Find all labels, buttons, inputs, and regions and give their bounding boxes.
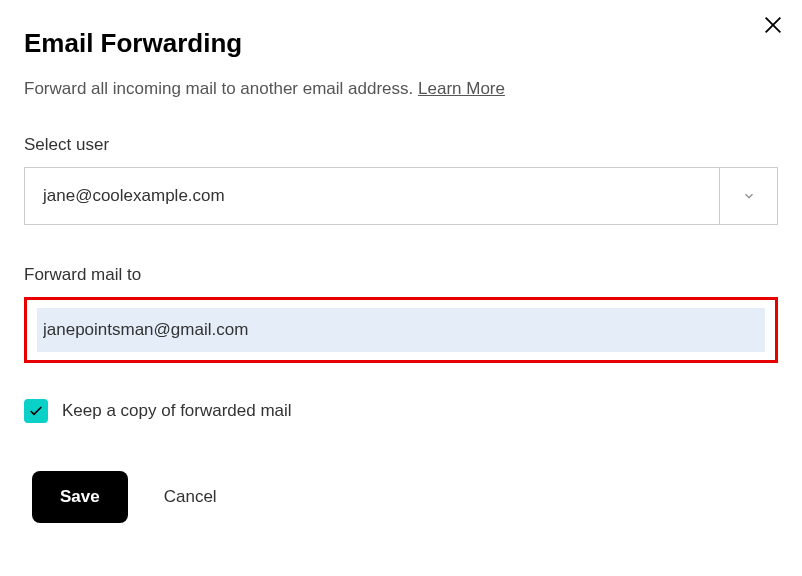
forward-to-label: Forward mail to — [24, 265, 778, 285]
description-text: Forward all incoming mail to another ema… — [24, 79, 778, 99]
cancel-button[interactable]: Cancel — [164, 487, 217, 507]
page-title: Email Forwarding — [24, 28, 778, 59]
check-icon — [28, 403, 44, 419]
close-button[interactable] — [758, 10, 788, 43]
keep-copy-row: Keep a copy of forwarded mail — [24, 399, 778, 423]
select-user-dropdown[interactable]: jane@coolexample.com — [24, 167, 778, 225]
learn-more-link[interactable]: Learn More — [418, 79, 505, 98]
close-icon — [762, 14, 784, 36]
forward-to-input[interactable] — [37, 308, 765, 352]
keep-copy-label: Keep a copy of forwarded mail — [62, 401, 292, 421]
forward-to-highlight — [24, 297, 778, 363]
description-body: Forward all incoming mail to another ema… — [24, 79, 418, 98]
select-user-label: Select user — [24, 135, 778, 155]
chevron-down-icon — [719, 168, 777, 224]
button-row: Save Cancel — [24, 471, 778, 523]
save-button[interactable]: Save — [32, 471, 128, 523]
select-user-value: jane@coolexample.com — [25, 168, 719, 224]
keep-copy-checkbox[interactable] — [24, 399, 48, 423]
